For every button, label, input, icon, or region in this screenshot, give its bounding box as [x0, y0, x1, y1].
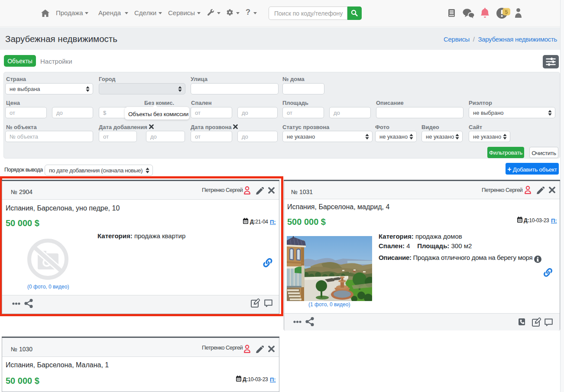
- svg-text:5: 5: [505, 9, 508, 15]
